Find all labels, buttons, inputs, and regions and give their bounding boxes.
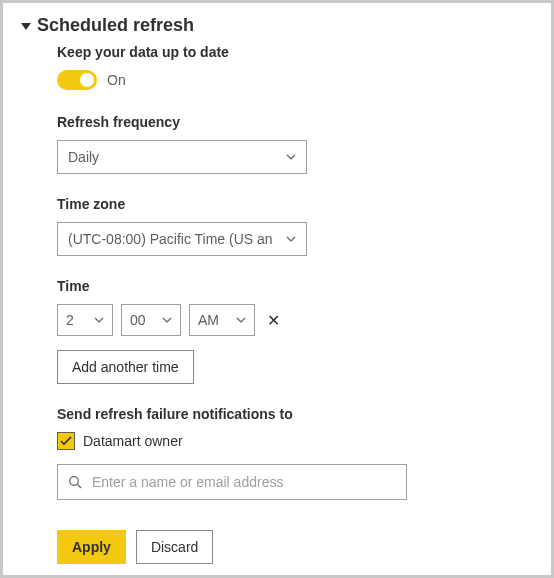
svg-point-0 <box>70 477 79 486</box>
time-label: Time <box>57 278 483 294</box>
apply-button[interactable]: Apply <box>57 530 126 564</box>
time-hour-select[interactable]: 2 <box>57 304 113 336</box>
chevron-down-icon <box>286 152 296 162</box>
notify-email-input-wrap[interactable] <box>57 464 407 500</box>
chevron-down-icon <box>236 315 246 325</box>
notify-email-input[interactable] <box>92 474 396 490</box>
time-ampm-select[interactable]: AM <box>189 304 255 336</box>
time-ampm-value: AM <box>198 312 219 328</box>
chevron-down-icon <box>94 315 104 325</box>
discard-button[interactable]: Discard <box>136 530 213 564</box>
footer-actions: Apply Discard <box>57 530 483 564</box>
toggle-state-label: On <box>107 72 126 88</box>
time-row: 2 00 AM ✕ <box>57 304 483 336</box>
chevron-down-icon <box>162 315 172 325</box>
time-zone-label: Time zone <box>57 196 483 212</box>
section-header[interactable]: Scheduled refresh <box>21 15 533 36</box>
time-zone-value: (UTC-08:00) Pacific Time (US an <box>68 231 273 247</box>
svg-line-1 <box>77 484 81 488</box>
time-zone-group: Time zone (UTC-08:00) Pacific Time (US a… <box>57 196 483 256</box>
keep-up-to-date-label: Keep your data up to date <box>57 44 483 60</box>
datamart-owner-label: Datamart owner <box>83 433 183 449</box>
keep-up-to-date-group: Keep your data up to date On <box>57 44 483 90</box>
notify-group: Send refresh failure notifications to Da… <box>57 406 483 500</box>
datamart-owner-checkbox[interactable] <box>57 432 75 450</box>
toggle-knob <box>80 73 94 87</box>
search-icon <box>68 475 82 489</box>
refresh-frequency-value: Daily <box>68 149 99 165</box>
keep-up-to-date-toggle[interactable] <box>57 70 97 90</box>
time-hour-value: 2 <box>66 312 74 328</box>
caret-down-icon <box>21 23 31 30</box>
time-minute-select[interactable]: 00 <box>121 304 181 336</box>
remove-time-icon[interactable]: ✕ <box>263 311 284 330</box>
section-title: Scheduled refresh <box>37 15 194 36</box>
refresh-frequency-label: Refresh frequency <box>57 114 483 130</box>
time-group: Time 2 00 AM ✕ Add another <box>57 278 483 384</box>
notify-label: Send refresh failure notifications to <box>57 406 483 422</box>
refresh-frequency-select[interactable]: Daily <box>57 140 307 174</box>
chevron-down-icon <box>286 234 296 244</box>
refresh-frequency-group: Refresh frequency Daily <box>57 114 483 174</box>
time-zone-select[interactable]: (UTC-08:00) Pacific Time (US an <box>57 222 307 256</box>
add-another-time-button[interactable]: Add another time <box>57 350 194 384</box>
time-minute-value: 00 <box>130 312 146 328</box>
